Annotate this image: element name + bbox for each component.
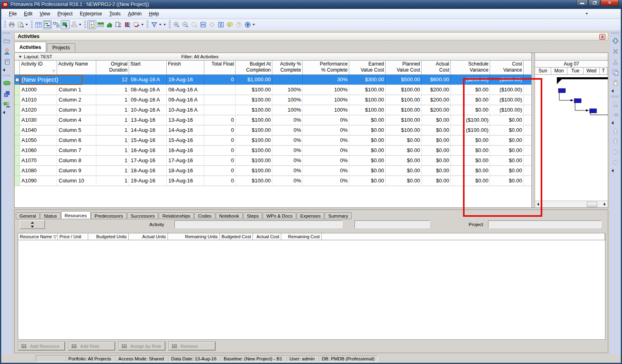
zoom-out-button[interactable] — [181, 20, 190, 29]
details-tab-predecessors[interactable]: Predecessors — [91, 212, 127, 219]
menu-view[interactable]: View — [36, 10, 54, 18]
zoom-in-button[interactable] — [172, 20, 181, 29]
print-button[interactable] — [7, 20, 16, 29]
trace-logic-button[interactable] — [61, 20, 70, 29]
details-tab-notebook[interactable]: Notebook — [216, 212, 243, 219]
activity-network-button[interactable] — [52, 20, 61, 29]
minimize-button[interactable]: ▬ — [576, 0, 588, 6]
resource-profile-button[interactable] — [105, 20, 114, 29]
collapse-right-group-icon[interactable] — [611, 89, 614, 93]
column-header-start[interactable]: Start — [129, 61, 167, 74]
gantt-hscrollbar[interactable] — [535, 201, 608, 207]
resource-usage-button[interactable] — [123, 20, 132, 29]
details-tab-successors[interactable]: Successors — [127, 212, 158, 219]
record-spinner[interactable] — [20, 220, 45, 229]
column-header-original_duration[interactable]: Original Duration — [96, 61, 129, 74]
scroll-left-icon[interactable] — [535, 201, 541, 207]
column-header-total_float[interactable]: Total Float — [204, 61, 236, 74]
details-tab-steps[interactable]: Steps — [243, 212, 262, 219]
view-group-caret-icon[interactable] — [79, 24, 81, 25]
menu-edit[interactable]: Edit — [20, 10, 36, 18]
activity-row-A1030[interactable]: A1030Column 4113-Aug-1613-Aug-160$100.00… — [15, 115, 531, 125]
split-horizontal-button[interactable] — [199, 20, 208, 29]
activity-details-button[interactable]: A — [87, 20, 96, 29]
menu-admin[interactable]: Admin — [124, 10, 145, 18]
details-tab-general[interactable]: General — [16, 212, 40, 219]
reports-button[interactable] — [2, 57, 11, 66]
column-header-performance_pct_complete[interactable]: Performance % Complete — [303, 61, 349, 74]
details-tab-summary[interactable]: Summary — [325, 212, 352, 219]
comment-button[interactable] — [225, 20, 234, 29]
column-header-schedule_variance[interactable]: Schedule Variance — [451, 61, 490, 74]
activity-row-A1090[interactable]: A1090Column 10119-Aug-1619-Aug-160$100.0… — [15, 176, 531, 186]
column-header-actual_cost[interactable]: Actual Cost — [422, 61, 451, 74]
task-bar-A1020[interactable] — [590, 109, 597, 113]
activity-row-A1000[interactable]: A1000Column 1108-Aug-16 A08-Aug-16 A$100… — [15, 85, 531, 95]
column-header-cost_variance[interactable]: Cost Variance — [490, 61, 524, 74]
activity-row-A1020[interactable]: A1020Column 3110-Aug-16 A10-Aug-16 A$100… — [15, 105, 531, 115]
collapse-left-group2-icon[interactable] — [3, 111, 5, 114]
progress-spotlight-button[interactable] — [132, 20, 141, 29]
scroll-right-icon[interactable] — [602, 201, 608, 207]
activity-id-field[interactable] — [174, 220, 342, 228]
layout-options-icon[interactable] — [19, 56, 22, 58]
menu-enterprise[interactable]: Enterprise — [76, 10, 106, 18]
add-button[interactable] — [611, 36, 620, 45]
details-tab-resources[interactable]: Resources — [61, 211, 91, 219]
table-gantt-splitter[interactable] — [531, 53, 535, 207]
projects-button[interactable] — [2, 36, 11, 45]
resource-column-actual-units[interactable]: Actual Units — [129, 233, 168, 240]
row-expand-cell[interactable]: - — [15, 75, 20, 85]
wbs-button[interactable] — [2, 89, 11, 98]
column-header-planned_value_cost[interactable]: Planned Value Cost — [386, 61, 422, 74]
menu-project[interactable]: Project — [54, 10, 76, 18]
column-header-activity_id[interactable]: Activity ID▽ — [20, 61, 57, 74]
column-header-budget_at_completion[interactable]: Budget At Completion — [236, 61, 272, 74]
menu-file[interactable]: File — [5, 10, 20, 18]
column-header-activity_pct_complete[interactable]: Activity % Complete — [272, 61, 303, 74]
online-help-button[interactable]: ? — [243, 20, 252, 29]
columns-table-button[interactable] — [34, 20, 43, 29]
print-preview-button[interactable] — [16, 20, 25, 29]
spinner-up-icon[interactable] — [20, 220, 45, 224]
split-vertical-button[interactable] — [217, 20, 225, 29]
tab-activities[interactable]: Activities — [14, 42, 46, 52]
task-bar-A1000[interactable] — [558, 89, 565, 93]
resource-column-remaining-cost[interactable]: Remaining Cost — [281, 233, 322, 240]
spinner-down-icon[interactable] — [20, 224, 45, 229]
resource-column-actual-cost[interactable]: Actual Cost — [253, 233, 281, 240]
resource-column-price-unit[interactable]: Price / Unit — [58, 233, 88, 240]
activity-name-field[interactable] — [355, 220, 430, 228]
project-field[interactable] — [488, 220, 601, 228]
copy-button[interactable] — [611, 68, 620, 77]
tab-projects[interactable]: Projects — [47, 43, 75, 52]
column-header-finish[interactable]: Finish — [167, 61, 204, 74]
resource-column-budgeted-cost[interactable]: Budgeted Cost — [220, 233, 253, 240]
column-header-earned_value_cost[interactable]: Earned Value Cost — [349, 61, 386, 74]
menu-tools[interactable]: Tools — [106, 10, 124, 18]
activity-row-A1070[interactable]: A1070Column 8117-Aug-1617-Aug-160$100.00… — [15, 156, 531, 166]
column-header-activity_name[interactable]: Activity Name — [57, 61, 96, 74]
print-group-caret-icon[interactable] — [25, 24, 28, 25]
resource-column-resource-name[interactable]: Resource Name ▽ — [18, 233, 58, 240]
details-tab-status[interactable]: Status — [40, 212, 61, 219]
filter-caret-icon[interactable] — [159, 24, 161, 25]
filter-group-caret-icon[interactable] — [163, 24, 166, 25]
activities-button[interactable] — [2, 79, 11, 88]
activity-row-A1080[interactable]: A1080Column 9118-Aug-1618-Aug-160$100.00… — [15, 166, 531, 176]
gantt-chart-button[interactable] — [43, 20, 52, 29]
tools-group-caret-icon[interactable] — [141, 24, 144, 25]
panel-close-button[interactable]: x — [599, 34, 605, 40]
task-bar-A1010[interactable] — [574, 99, 581, 103]
resource-column-remaining-units[interactable]: Remaining Units — [168, 233, 220, 240]
collapse-right-group2-icon[interactable] — [611, 121, 614, 125]
bars-button[interactable] — [96, 20, 105, 29]
resource-sheet-button[interactable] — [114, 20, 123, 29]
gantt-scroll-thumb[interactable] — [587, 202, 597, 207]
menu-help[interactable]: Help — [145, 10, 163, 18]
activity-row-A1010[interactable]: A1010Column 2109-Aug-16 A09-Aug-16 A$100… — [15, 95, 531, 105]
collapse-minus-icon[interactable]: - — [15, 78, 19, 82]
details-tab-relationships[interactable]: Relationships — [159, 212, 194, 219]
toolbar-options-caret-icon[interactable] — [586, 13, 588, 15]
help-group-caret-icon[interactable] — [253, 24, 255, 25]
